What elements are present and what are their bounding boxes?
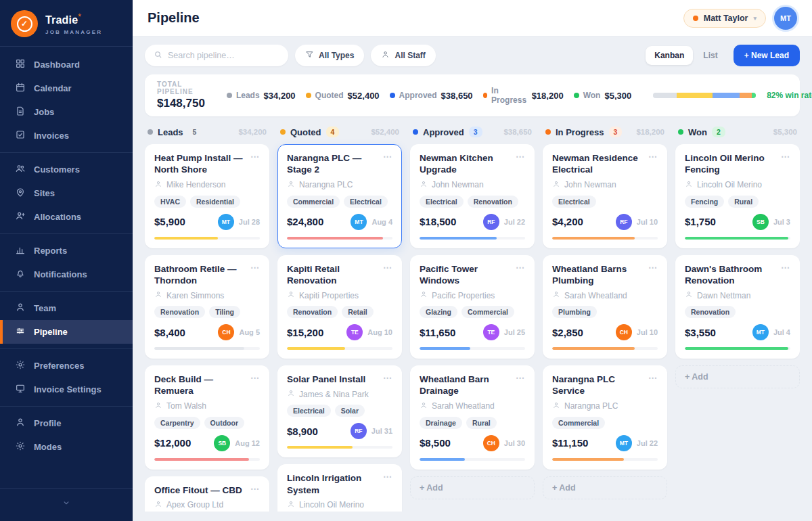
pipeline-card[interactable]: Lincoln Irrigation System⋯Lincoln Oil Me…: [277, 464, 402, 512]
person-icon: [420, 401, 428, 411]
card-menu-button[interactable]: ⋯: [383, 472, 392, 496]
sidebar-collapse[interactable]: [0, 488, 133, 521]
card-menu-button[interactable]: ⋯: [648, 152, 658, 176]
pipeline-card[interactable]: Wheatland Barn Drainage⋯Sarah WheatlandD…: [410, 365, 535, 470]
sidebar-group: DashboardCalendarJobsInvoices: [0, 53, 133, 148]
card-menu-button[interactable]: ⋯: [648, 263, 658, 287]
search-box: [145, 45, 288, 66]
card-menu-button[interactable]: ⋯: [516, 152, 525, 176]
card-progress-fill: [552, 458, 624, 461]
pipeline-card[interactable]: Narangna PLC — Stage 2⋯Narangna PLCComme…: [277, 144, 402, 248]
sidebar-item-invoice-settings[interactable]: Invoice Settings: [0, 378, 133, 401]
sidebar-item-notifications[interactable]: Notifications: [0, 263, 133, 286]
legend-name: In Progress: [491, 86, 528, 105]
card-meta: $11,150MTJul 22: [552, 435, 658, 451]
pipeline-card[interactable]: Newman Residence Electrical⋯John NewmanE…: [543, 144, 667, 248]
card-price: $8,500: [420, 437, 451, 449]
card-progress-track: [287, 446, 392, 449]
sidebar-item-sites[interactable]: Sites: [0, 181, 133, 205]
pipeline-card[interactable]: Lincoln Oil Merino Fencing⋯Lincoln Oil M…: [675, 144, 800, 248]
card-menu-button[interactable]: ⋯: [516, 373, 525, 397]
add-card-button[interactable]: + Add: [543, 476, 667, 499]
card-contact: John Newman: [420, 180, 525, 190]
pipeline-card[interactable]: Narangna PLC Service⋯Narangna PLCCommerc…: [543, 365, 667, 470]
card-menu-button[interactable]: ⋯: [516, 263, 525, 287]
card-menu-button[interactable]: ⋯: [250, 484, 260, 496]
legend-amount: $52,400: [348, 91, 380, 101]
card-menu-button[interactable]: ⋯: [250, 152, 260, 176]
board-column-won: Won2$5,300Lincoln Oil Merino Fencing⋯Lin…: [675, 124, 800, 512]
pipeline-card[interactable]: Pacific Tower Windows⋯Pacific Properties…: [410, 255, 535, 359]
avatar[interactable]: MT: [774, 7, 797, 30]
calendar-icon: [15, 82, 26, 95]
view-kanban-button[interactable]: Kanban: [646, 46, 693, 65]
pipeline-card[interactable]: Dawn's Bathroom Renovation⋯Dawn NettmanR…: [675, 255, 800, 359]
add-card-button[interactable]: + Add: [410, 476, 535, 499]
legend-dot-icon: [227, 93, 232, 98]
new-lead-button[interactable]: + New Lead: [734, 45, 800, 66]
card-top: Kapiti Retail Renovation⋯: [287, 263, 392, 287]
person-icon: [154, 401, 162, 411]
card-menu-button[interactable]: ⋯: [648, 373, 658, 397]
card-menu-button[interactable]: ⋯: [781, 152, 790, 176]
sidebar-item-modes[interactable]: Modes: [0, 435, 133, 459]
card-price: $3,550: [685, 327, 716, 338]
card-tags: CarpentryOutdoor: [154, 417, 260, 429]
card-menu-button[interactable]: ⋯: [250, 373, 260, 397]
pipeline-card[interactable]: Wheatland Barns Plumbing⋯Sarah Wheatland…: [543, 255, 667, 359]
total-pipeline-value: $148,750: [157, 97, 205, 110]
sidebar-group: ProfileModes: [0, 406, 133, 459]
card-contact-name: Narangna PLC: [564, 401, 618, 411]
sidebar-item-reports[interactable]: Reports: [0, 239, 133, 263]
modes-icon: [15, 440, 26, 453]
card-menu-button[interactable]: ⋯: [781, 263, 790, 287]
card-top: Lincoln Irrigation System⋯: [287, 472, 392, 496]
pipeline-card[interactable]: Deck Build — Remuera⋯Tom WalshCarpentryO…: [145, 365, 269, 470]
content: All Types All Staff Kanban List + New Le…: [133, 37, 812, 521]
jobs-icon: [15, 106, 26, 118]
card-progress-track: [552, 347, 658, 350]
funnel-icon: [305, 50, 314, 61]
sidebar-item-invoices[interactable]: Invoices: [0, 124, 133, 148]
avatar: RF: [616, 214, 632, 230]
sidebar-item-pipeline[interactable]: Pipeline: [0, 320, 133, 344]
pipeline-card[interactable]: Kapiti Retail Renovation⋯Kapiti Properti…: [277, 255, 402, 359]
card-menu-button[interactable]: ⋯: [250, 263, 260, 287]
search-input[interactable]: [168, 51, 279, 60]
pipeline-card[interactable]: Newman Kitchen Upgrade⋯John NewmanElectr…: [410, 144, 535, 248]
card-meta: $18,500RFJul 22: [420, 214, 525, 230]
sidebar-item-customers[interactable]: Customers: [0, 158, 133, 181]
card-price: $24,800: [287, 216, 323, 227]
sidebar-item-team[interactable]: Team: [0, 296, 133, 320]
type-filter-button[interactable]: All Types: [295, 45, 364, 66]
pipeline-card[interactable]: Heat Pump Install — North Shore⋯Mike Hen…: [145, 144, 269, 248]
card-contact-name: James & Nina Park: [299, 390, 369, 399]
sidebar-item-allocations[interactable]: Allocations: [0, 205, 133, 229]
add-card-button[interactable]: + Add: [675, 365, 800, 388]
sidebar-item-profile[interactable]: Profile: [0, 411, 133, 435]
pipeline-card[interactable]: Solar Panel Install⋯James & Nina ParkEle…: [277, 365, 402, 457]
person-icon: [287, 389, 295, 399]
pipeline-stacked-bar: [653, 93, 756, 98]
pipeline-card[interactable]: Bathroom Retile — Thorndon⋯Karen Simmons…: [145, 255, 269, 359]
card-menu-button[interactable]: ⋯: [383, 263, 392, 287]
pipeline-card[interactable]: Office Fitout — CBD⋯Apex Group LtdCommer…: [145, 476, 269, 512]
card-contact: Kapiti Properties: [287, 290, 392, 300]
staff-filter-button[interactable]: All Staff: [371, 45, 435, 66]
card-menu-button[interactable]: ⋯: [383, 373, 392, 385]
sidebar-item-jobs[interactable]: Jobs: [0, 100, 133, 124]
avatar: RF: [351, 423, 367, 439]
view-list-button[interactable]: List: [694, 46, 726, 65]
avatar: MT: [616, 435, 632, 451]
card-due-date: Aug 10: [367, 328, 392, 336]
card-contact-name: John Newman: [432, 180, 484, 189]
sidebar-item-preferences[interactable]: Preferences: [0, 354, 133, 378]
card-contact-name: Karen Simmons: [166, 291, 224, 300]
user-menu-button[interactable]: Matt Taylor ▾: [683, 9, 766, 28]
sidebar-item-dashboard[interactable]: Dashboard: [0, 53, 133, 76]
notifications-icon: [15, 268, 26, 281]
card-price: $11,650: [420, 327, 455, 338]
card-menu-button[interactable]: ⋯: [383, 152, 392, 176]
card-title: Narangna PLC — Stage 2: [287, 152, 379, 176]
sidebar-item-calendar[interactable]: Calendar: [0, 76, 133, 100]
